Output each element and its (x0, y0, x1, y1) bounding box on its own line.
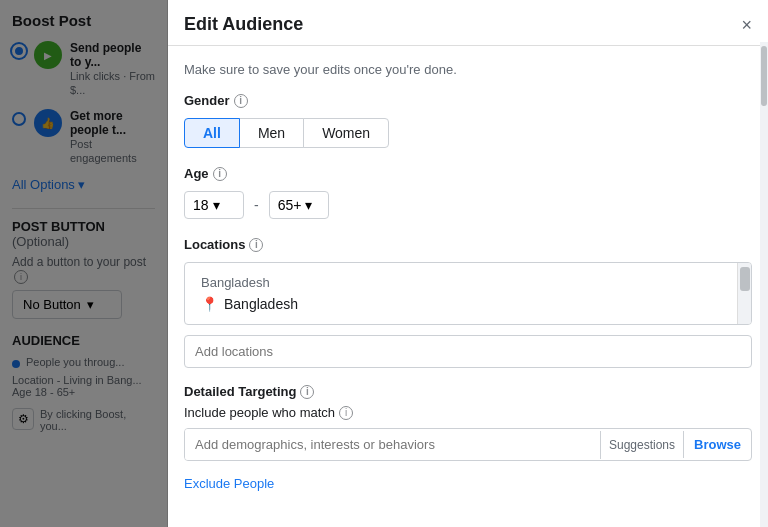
include-label: Include people who match i (184, 405, 752, 420)
locations-list: Bangladesh 📍 Bangladesh (185, 263, 737, 324)
detailed-targeting-text: Detailed Targeting (184, 384, 296, 399)
age-min-select[interactable]: 18 ▾ (184, 191, 244, 219)
age-max-chevron: ▾ (305, 197, 312, 213)
modal-close-button[interactable]: × (741, 16, 752, 34)
include-label-text: Include people who match (184, 405, 335, 420)
age-dash: - (254, 197, 259, 213)
age-max-value: 65+ (278, 197, 302, 213)
detailed-targeting-label: Detailed Targeting i (184, 384, 752, 399)
locations-label-text: Locations (184, 237, 245, 252)
scrollbar-thumb (740, 267, 750, 291)
locations-scroll: Bangladesh 📍 Bangladesh (185, 263, 751, 324)
modal-scrollbar[interactable] (760, 42, 768, 527)
info-icon-gender[interactable]: i (234, 94, 248, 108)
modal-title: Edit Audience (184, 14, 303, 35)
edit-audience-modal: Edit Audience × Make sure to save your e… (168, 0, 768, 527)
locations-section-label: Locations i (184, 237, 752, 252)
modal-header: Edit Audience × (168, 0, 768, 46)
gender-buttons: All Men Women (184, 118, 752, 148)
age-max-select[interactable]: 65+ ▾ (269, 191, 329, 219)
location-pin-icon: 📍 (201, 296, 218, 312)
modal-body: Make sure to save your edits once you're… (168, 46, 768, 527)
info-icon-locations[interactable]: i (249, 238, 263, 252)
targeting-input-row: Suggestions Browse (184, 428, 752, 461)
location-item-label: Bangladesh (224, 296, 298, 312)
gender-men-button[interactable]: Men (239, 118, 304, 148)
modal-scrollbar-thumb (761, 46, 767, 106)
gender-section-label: Gender i (184, 93, 752, 108)
add-locations-input[interactable] (184, 335, 752, 368)
info-icon-detailed[interactable]: i (300, 385, 314, 399)
age-row: 18 ▾ - 65+ ▾ (184, 191, 752, 219)
age-min-chevron: ▾ (213, 197, 220, 213)
info-icon-age[interactable]: i (213, 167, 227, 181)
modal-notice: Make sure to save your edits once you're… (184, 62, 752, 77)
browse-button[interactable]: Browse (683, 431, 751, 458)
gender-label-text: Gender (184, 93, 230, 108)
age-section-label: Age i (184, 166, 752, 181)
gender-women-button[interactable]: Women (303, 118, 389, 148)
locations-header-text: Bangladesh (193, 271, 729, 292)
info-icon-include[interactable]: i (339, 406, 353, 420)
locations-box: Bangladesh 📍 Bangladesh (184, 262, 752, 325)
targeting-input[interactable] (185, 429, 600, 460)
age-label-text: Age (184, 166, 209, 181)
locations-scrollbar[interactable] (737, 263, 751, 324)
age-min-value: 18 (193, 197, 209, 213)
gender-all-button[interactable]: All (184, 118, 240, 148)
location-item-bangladesh: 📍 Bangladesh (193, 292, 729, 316)
exclude-people-link[interactable]: Exclude People (184, 476, 274, 491)
suggestions-button[interactable]: Suggestions (601, 432, 683, 458)
